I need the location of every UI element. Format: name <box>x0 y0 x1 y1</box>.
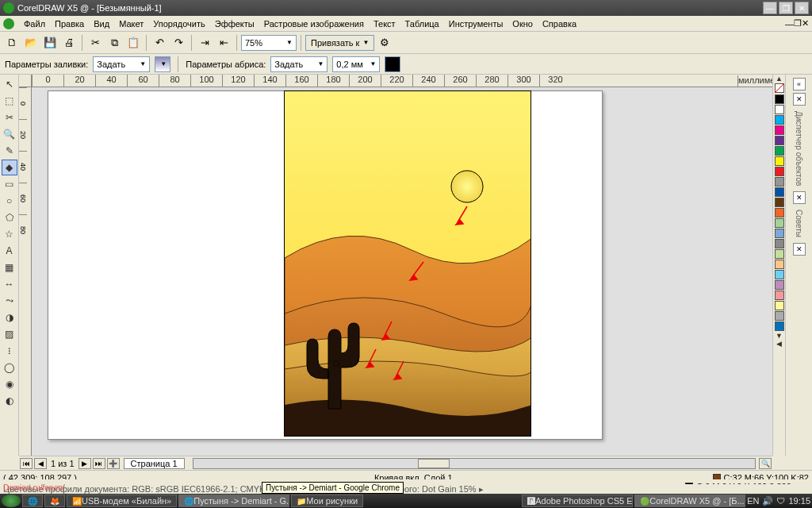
language-indicator[interactable]: EN <box>747 496 759 506</box>
start-button[interactable] <box>2 495 21 507</box>
horizontal-scrollbar[interactable] <box>193 458 756 469</box>
pick-tool-icon[interactable]: ↖ <box>2 76 17 92</box>
blend-tool-icon[interactable]: ◑ <box>2 310 17 325</box>
taskbar-item[interactable]: 📁 Мои рисунки <box>291 495 363 507</box>
palette-swatch[interactable] <box>775 229 784 238</box>
palette-swatch[interactable] <box>775 156 784 166</box>
palette-swatch[interactable] <box>775 136 784 145</box>
connector-tool-icon[interactable]: ⤳ <box>2 293 17 309</box>
menu-view[interactable]: Вид <box>89 17 114 30</box>
close-button[interactable] <box>795 2 809 14</box>
docker-close-icon[interactable]: ✕ <box>793 93 806 106</box>
open-icon[interactable]: 📂 <box>22 34 40 52</box>
palette-swatch[interactable] <box>775 177 784 187</box>
menu-text[interactable]: Текст <box>369 17 400 30</box>
outline-width-combo[interactable]: 0,2 мм <box>332 56 380 72</box>
save-icon[interactable]: 💾 <box>41 34 59 52</box>
interactive-fill-tool-icon[interactable]: ◐ <box>2 393 17 409</box>
clock[interactable]: 19:15 <box>788 496 810 506</box>
polygon-tool-icon[interactable]: ⬠ <box>2 210 17 225</box>
taskbar-item[interactable]: 🅿 Adobe Photoshop CS5 E... <box>522 495 633 507</box>
menu-table[interactable]: Таблица <box>400 17 444 30</box>
eyedropper-tool-icon[interactable]: ⫶ <box>2 343 17 359</box>
page-next-icon[interactable]: ▶ <box>79 458 91 469</box>
vertical-ruler[interactable]: 020406080 <box>19 87 32 456</box>
smart-fill-tool-icon[interactable]: ◆ <box>2 160 17 175</box>
ellipse-tool-icon[interactable]: ○ <box>2 193 17 209</box>
docker-close-icon-2[interactable]: ✕ <box>793 191 806 204</box>
outline-type-combo[interactable]: Задать <box>270 56 327 72</box>
dimension-tool-icon[interactable]: ↔ <box>2 276 17 292</box>
docker-expand-icon[interactable]: « <box>793 78 806 90</box>
palette-swatch[interactable] <box>775 94 784 104</box>
palette-swatch[interactable] <box>775 105 784 114</box>
palette-flyout-icon[interactable]: ◀ <box>776 340 782 348</box>
taskbar-item[interactable]: 📶 USB-модем «Билайн» <box>67 495 177 507</box>
palette-swatch[interactable] <box>775 125 784 135</box>
page-tab[interactable]: Страница 1 <box>124 458 185 469</box>
fill-tool-icon[interactable]: ◉ <box>2 376 17 392</box>
paste-icon[interactable]: 📋 <box>124 34 142 52</box>
import-icon[interactable]: ⇥ <box>196 34 213 52</box>
crop-tool-icon[interactable]: ✂ <box>2 110 17 125</box>
menu-help[interactable]: Справка <box>538 17 581 30</box>
copy-icon[interactable]: ⧉ <box>105 34 123 52</box>
taskbar-item[interactable]: 🦊 <box>44 495 65 507</box>
palette-none[interactable] <box>775 83 784 93</box>
docker-tab-object-manager[interactable]: Диспетчер объектов <box>795 111 803 186</box>
freehand-tool-icon[interactable]: ✎ <box>2 143 17 159</box>
menu-bitmaps[interactable]: Растровые изображения <box>259 17 369 30</box>
undo-icon[interactable]: ↶ <box>151 34 168 52</box>
palette-swatch[interactable] <box>775 321 784 331</box>
palette-swatch[interactable] <box>775 208 784 217</box>
rectangle-tool-icon[interactable]: ▭ <box>2 176 17 192</box>
doc-close-button[interactable] <box>802 18 809 29</box>
page-add-icon[interactable]: ➕ <box>107 458 120 469</box>
palette-swatch[interactable] <box>775 260 784 269</box>
fill-type-combo[interactable]: Задать <box>93 56 150 72</box>
menu-window[interactable]: Окно <box>508 17 538 30</box>
ruler-origin[interactable] <box>19 75 32 87</box>
menu-arrange[interactable]: Упорядочить <box>148 17 209 30</box>
print-icon[interactable]: 🖨 <box>60 34 78 52</box>
palette-up-icon[interactable]: ▲ <box>776 75 783 83</box>
outline-color-swatch[interactable] <box>385 56 400 72</box>
minimize-button[interactable] <box>763 2 777 14</box>
palette-swatch[interactable] <box>775 311 784 321</box>
palette-swatch[interactable] <box>775 239 784 248</box>
export-icon[interactable]: ⇤ <box>215 34 232 52</box>
palette-swatch[interactable] <box>775 167 784 176</box>
docker-close-icon-3[interactable]: ✕ <box>793 243 806 256</box>
palette-swatch[interactable] <box>775 198 784 207</box>
shapes-tool-icon[interactable]: ☆ <box>2 226 17 242</box>
palette-swatch[interactable] <box>775 291 784 300</box>
menu-effects[interactable]: Эффекты <box>210 17 259 30</box>
tray-icon[interactable]: 🛡 <box>776 496 785 506</box>
text-tool-icon[interactable]: A <box>2 243 17 259</box>
taskbar-item[interactable]: 🟢 CorelDRAW X5 @ - [Б... <box>634 495 745 507</box>
palette-down-icon[interactable]: ▼ <box>776 332 783 340</box>
doc-minimize-button[interactable] <box>785 19 794 29</box>
zoom-tool-icon[interactable]: 🔍 <box>2 126 17 142</box>
page-prev-icon[interactable]: ◀ <box>34 458 47 469</box>
new-icon[interactable]: 🗋 <box>3 34 21 52</box>
menu-file[interactable]: Файл <box>19 17 50 30</box>
taskbar-item[interactable]: 🌐 Пустыня -> Demiart - G... <box>178 495 289 507</box>
canvas-viewport[interactable]: 0204060801001201401601802002202402602803… <box>19 75 772 456</box>
zoom-select[interactable]: 75% <box>241 35 297 51</box>
doc-restore-button[interactable] <box>794 18 802 29</box>
cut-icon[interactable]: ✂ <box>86 34 104 52</box>
palette-swatch[interactable] <box>775 270 784 279</box>
options-icon[interactable]: ⚙ <box>376 34 393 52</box>
palette-swatch[interactable] <box>775 218 784 228</box>
menu-layout[interactable]: Макет <box>114 17 148 30</box>
palette-swatch[interactable] <box>775 301 784 310</box>
palette-swatch[interactable] <box>775 280 784 290</box>
fill-color-swatch[interactable] <box>155 56 170 72</box>
nav-magnify-icon[interactable]: 🔍 <box>759 458 772 469</box>
tray-icon[interactable]: 🔊 <box>762 496 773 506</box>
transparency-tool-icon[interactable]: ▨ <box>2 326 17 342</box>
snap-to-dropdown[interactable]: Привязать к <box>305 35 374 51</box>
page-last-icon[interactable]: ⏭ <box>93 458 105 469</box>
page-first-icon[interactable]: ⏮ <box>20 458 33 469</box>
